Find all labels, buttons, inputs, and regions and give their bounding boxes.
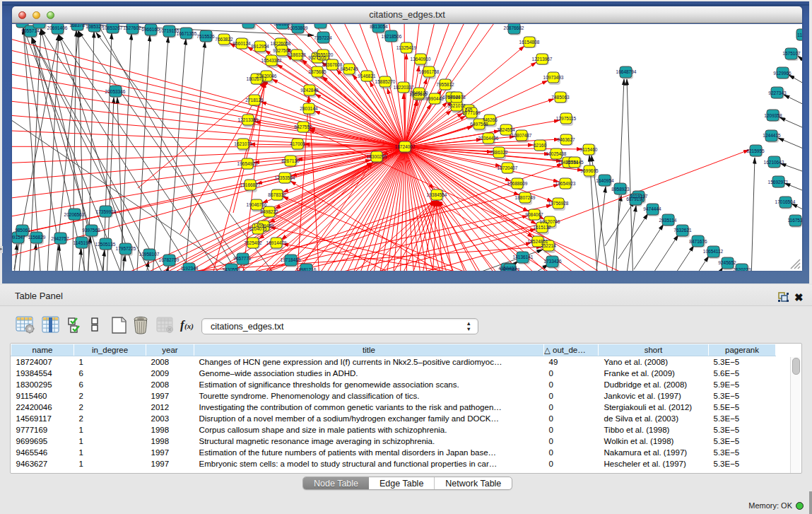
svg-text:8471676: 8471676 <box>689 239 707 244</box>
svg-text:9115460: 9115460 <box>580 147 598 152</box>
svg-text:19756928: 19756928 <box>548 201 569 206</box>
svg-text:8990448: 8990448 <box>425 96 444 101</box>
svg-text:9227343: 9227343 <box>768 90 787 95</box>
svg-text:19384554: 19384554 <box>427 192 447 197</box>
svg-text:18300295: 18300295 <box>367 154 387 159</box>
svg-text:2803144: 2803144 <box>300 106 318 111</box>
svg-text:18226058: 18226058 <box>271 41 291 46</box>
svg-text:252214: 252214 <box>541 243 556 248</box>
svg-text:7485063: 7485063 <box>551 95 570 100</box>
svg-text:19218506: 19218506 <box>382 34 402 39</box>
svg-text:991547: 991547 <box>12 235 25 240</box>
svg-text:9146821: 9146821 <box>358 74 376 78</box>
svg-text:16671355: 16671355 <box>177 31 197 36</box>
svg-text:2718126: 2718126 <box>245 98 264 103</box>
svg-text:9657771: 9657771 <box>233 256 252 261</box>
svg-text:16648794: 16648794 <box>616 69 637 74</box>
svg-text:13640910: 13640910 <box>411 57 431 62</box>
svg-text:7515526: 7515526 <box>196 34 215 39</box>
svg-text:10853267: 10853267 <box>102 25 123 30</box>
svg-text:6879197: 6879197 <box>626 197 645 201</box>
svg-text:1621073: 1621073 <box>234 141 252 146</box>
svg-text:1640954: 1640954 <box>596 178 614 183</box>
svg-text:1244415: 1244415 <box>763 133 781 138</box>
svg-text:1085327: 1085327 <box>86 24 104 29</box>
svg-text:9397568: 9397568 <box>82 228 100 233</box>
svg-text:16210643: 16210643 <box>764 160 784 165</box>
svg-text:8454749: 8454749 <box>340 66 358 71</box>
svg-text:11325419: 11325419 <box>396 45 417 50</box>
svg-text:1209358: 1209358 <box>764 113 782 118</box>
svg-text:10654112: 10654112 <box>703 249 724 254</box>
svg-text:8267130: 8267130 <box>281 158 300 163</box>
svg-text:17359924: 17359924 <box>96 209 117 214</box>
svg-text:1112: 1112 <box>797 33 802 37</box>
svg-text:15720407: 15720407 <box>498 165 518 170</box>
svg-text:12213967: 12213967 <box>532 57 553 62</box>
svg-text:18807249: 18807249 <box>515 195 536 200</box>
svg-text:1156829: 1156829 <box>28 235 46 240</box>
svg-text:9474444: 9474444 <box>643 206 661 211</box>
svg-text:2942757: 2942757 <box>51 236 69 241</box>
svg-text:20364436: 20364436 <box>478 136 499 141</box>
svg-text:20691406: 20691406 <box>47 25 68 30</box>
svg-text:12975115: 12975115 <box>556 116 577 121</box>
svg-text:8215955: 8215955 <box>746 148 765 153</box>
svg-text:7632621: 7632621 <box>673 228 692 233</box>
svg-text:9463627: 9463627 <box>557 137 575 142</box>
svg-text:1527602: 1527602 <box>123 25 141 30</box>
svg-text:15692971: 15692971 <box>768 180 789 185</box>
svg-text:16154808: 16154808 <box>519 40 540 45</box>
svg-text:3824554: 3824554 <box>497 127 515 132</box>
svg-text:20053346: 20053346 <box>105 89 126 94</box>
svg-text:10807487: 10807487 <box>512 133 532 138</box>
svg-text:9129966: 9129966 <box>773 71 792 76</box>
svg-text:10688609: 10688609 <box>507 181 528 186</box>
svg-text:2935114: 2935114 <box>659 218 677 223</box>
svg-text:8186328: 8186328 <box>288 52 306 57</box>
svg-text:20555120: 20555120 <box>313 52 334 57</box>
svg-text:10958107: 10958107 <box>139 252 160 257</box>
svg-text:16961758: 16961758 <box>419 69 440 74</box>
svg-text:18724007: 18724007 <box>395 144 416 149</box>
svg-text:10973493: 10973493 <box>543 75 564 80</box>
svg-text:16914479: 16914479 <box>266 240 287 245</box>
svg-text:8912954: 8912954 <box>251 44 269 49</box>
svg-text:20206563: 20206563 <box>64 212 85 217</box>
svg-text:3430558: 3430558 <box>222 267 240 271</box>
svg-text:20876682: 20876682 <box>504 25 524 30</box>
svg-text:2258145: 2258145 <box>565 160 584 165</box>
svg-text:19654923: 19654923 <box>555 181 576 186</box>
svg-text:8958923: 8958923 <box>611 187 630 192</box>
svg-text:1145194: 1145194 <box>73 240 91 245</box>
svg-text:17957225: 17957225 <box>116 246 136 251</box>
svg-text:19046766: 19046766 <box>247 202 267 207</box>
svg-text:19166827: 19166827 <box>240 182 261 187</box>
svg-text:417001: 417001 <box>290 141 305 146</box>
svg-text:15885270: 15885270 <box>375 79 396 84</box>
svg-text:17016504: 17016504 <box>775 199 796 204</box>
svg-text:16782759: 16782759 <box>159 257 180 262</box>
svg-text:7625402: 7625402 <box>244 240 262 245</box>
svg-text:1615132: 1615132 <box>533 225 551 230</box>
svg-text:116753: 116753 <box>787 218 802 223</box>
svg-text:199318: 199318 <box>14 24 30 25</box>
svg-text:9084067: 9084067 <box>525 212 543 217</box>
svg-text:8813054: 8813054 <box>370 24 388 29</box>
svg-text:10120746: 10120746 <box>540 219 560 224</box>
svg-text:6794078: 6794078 <box>447 95 466 100</box>
svg-text:12213389: 12213389 <box>238 117 259 122</box>
svg-text:985061: 985061 <box>15 228 30 233</box>
svg-text:18220337: 18220337 <box>394 85 414 90</box>
svg-text:13270483: 13270483 <box>500 267 520 271</box>
svg-text:(x): (x) <box>184 322 194 331</box>
svg-text:14248078: 14248078 <box>310 24 331 25</box>
svg-text:9777169: 9777169 <box>462 110 481 115</box>
svg-text:9055714: 9055714 <box>21 28 40 33</box>
svg-text:8204075: 8204075 <box>249 226 267 231</box>
svg-text:2946120: 2946120 <box>410 90 428 95</box>
svg-text:62160: 62160 <box>534 143 546 148</box>
svg-text:11866024: 11866024 <box>239 24 259 25</box>
svg-text:19718485: 19718485 <box>281 257 301 262</box>
svg-text:3875685: 3875685 <box>308 69 326 74</box>
